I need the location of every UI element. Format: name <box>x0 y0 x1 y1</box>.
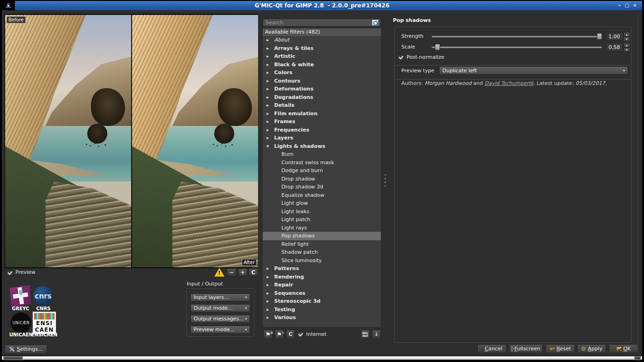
filter-tree-item[interactable]: Shadow patch <box>263 248 381 257</box>
filter-tree-item[interactable]: Pop shadows <box>263 232 381 240</box>
filter-tree-item[interactable]: Drop shadow <box>263 175 381 183</box>
expander-icon[interactable] <box>266 298 271 306</box>
expander-icon[interactable] <box>266 61 271 70</box>
rename-fave-button[interactable]: AbcDef <box>361 330 370 339</box>
apply-button[interactable]: ⚙ Apply <box>577 344 606 353</box>
zoom-out-button[interactable]: − <box>227 268 236 276</box>
preview-checkbox[interactable] <box>7 270 13 276</box>
filter-tree-item[interactable]: Relief light <box>263 240 381 249</box>
update-filters-button[interactable]: C <box>286 330 295 339</box>
filter-tree-item[interactable]: Stereoscopic 3d <box>263 297 381 306</box>
filter-tree-item[interactable]: Film emulation <box>263 110 381 118</box>
search-icon[interactable] <box>372 20 378 26</box>
minimize-button[interactable]: – <box>616 2 623 9</box>
filter-tree-item[interactable]: Details <box>263 101 381 110</box>
io-dropdown[interactable]: Preview mode... ▾ <box>190 326 250 334</box>
expander-icon[interactable] <box>266 102 271 110</box>
reset-button[interactable]: ↩ Reset <box>546 344 575 353</box>
filter-tree-item[interactable]: Light rays <box>263 224 381 232</box>
filter-tree-item[interactable]: Deformations <box>263 85 381 93</box>
expander-icon[interactable] <box>266 36 271 45</box>
spin-down-icon[interactable]: ▼ <box>623 48 630 52</box>
scale-slider[interactable] <box>432 46 602 48</box>
fullscreen-button[interactable]: Fullscreen <box>509 344 543 353</box>
filter-tree-item[interactable]: Layers <box>263 134 381 142</box>
strength-slider[interactable] <box>432 35 602 37</box>
author-link[interactable]: David Tschumperlé <box>484 80 533 86</box>
scale-spin-arrows[interactable]: ▲▼ <box>623 43 630 51</box>
expander-icon[interactable] <box>266 94 271 102</box>
expander-icon[interactable] <box>266 290 271 298</box>
search-input[interactable] <box>263 19 381 27</box>
filter-tree-item[interactable]: Testing <box>263 306 381 314</box>
expander-icon[interactable] <box>266 143 271 151</box>
filter-tree-item[interactable]: Colors <box>263 69 381 77</box>
titlebar[interactable]: G'MIC-Qt for GIMP 2.8 - 2.0.0_pre#170426… <box>2 1 642 10</box>
io-dropdown[interactable]: Output messages... ▾ <box>190 315 250 323</box>
scale-spinbox[interactable] <box>606 43 623 51</box>
cancel-button[interactable]: Cancel <box>477 344 506 353</box>
filter-tree-item[interactable]: Frequencies <box>263 126 381 134</box>
post-normalize-checkbox[interactable] <box>398 54 404 60</box>
zoom-fit-button[interactable]: + <box>238 268 247 276</box>
filter-tree-item[interactable]: Drop shadow 3d <box>263 183 381 191</box>
add-fave-button[interactable]: ⚑+ <box>264 330 273 339</box>
spin-down-icon[interactable]: ▼ <box>623 37 630 42</box>
filter-tree-item[interactable]: Arrays & tiles <box>263 44 381 53</box>
preview-pane[interactable]: Before After <box>5 14 258 268</box>
filter-tree-item[interactable]: Artistic <box>263 52 381 61</box>
expander-icon[interactable] <box>266 314 271 322</box>
strength-spinbox[interactable] <box>606 32 623 41</box>
settings-button[interactable]: Settings... <box>5 345 47 354</box>
preview-refresh-button[interactable]: C <box>249 268 258 276</box>
splitter-handle[interactable] <box>384 174 386 187</box>
filter-tree-item[interactable]: Lights & shadows <box>263 142 381 151</box>
preview-after-image[interactable]: After <box>132 15 258 267</box>
expander-icon[interactable] <box>266 118 271 126</box>
filter-tree-item[interactable]: Frames <box>263 118 381 126</box>
filter-tree-item[interactable]: Light patch <box>263 216 381 224</box>
preview-before-image[interactable]: Before <box>5 15 131 267</box>
expander-icon[interactable] <box>266 306 271 314</box>
filter-tree-item[interactable]: Dodge and burn <box>263 167 381 175</box>
filter-tree[interactable]: About Arrays & tiles Artistic Black & wh… <box>263 36 381 327</box>
expander-icon[interactable] <box>266 110 271 118</box>
expander-icon[interactable] <box>266 134 271 143</box>
remove-fave-button[interactable]: ⚑− <box>275 330 284 339</box>
filter-tree-item[interactable]: About <box>263 36 381 44</box>
spin-up-icon[interactable]: ▲ <box>623 32 630 37</box>
filter-tree-item[interactable]: Various <box>263 313 381 322</box>
filter-tree-item[interactable]: Black & white <box>263 61 381 69</box>
download-button[interactable]: ↓ <box>372 330 381 339</box>
strength-spin-arrows[interactable]: ▲▼ <box>623 32 630 41</box>
io-dropdown[interactable]: Input layers... ▾ <box>190 293 250 301</box>
spin-up-icon[interactable]: ▲ <box>623 43 630 48</box>
expander-icon[interactable] <box>266 273 271 282</box>
close-button[interactable]: ✕ <box>632 2 638 9</box>
filter-tree-item[interactable]: Rendering <box>263 273 381 281</box>
filter-tree-item[interactable]: Light leaks <box>263 208 381 216</box>
filter-tree-item[interactable]: Sequences <box>263 289 381 298</box>
filter-tree-item[interactable]: Slice luminosity <box>263 257 381 265</box>
ok-button[interactable]: OK <box>609 344 638 353</box>
app-icon-block[interactable] <box>2 1 15 10</box>
expander-icon[interactable] <box>266 265 271 273</box>
expander-icon[interactable] <box>266 126 271 135</box>
internet-checkbox[interactable] <box>297 331 303 337</box>
filter-tree-item[interactable]: Contrast swiss mask <box>263 159 381 167</box>
expander-icon[interactable] <box>266 281 271 290</box>
preview-type-dropdown[interactable]: Duplicate left ▾ <box>439 66 628 75</box>
expander-icon[interactable] <box>266 45 271 53</box>
expander-icon[interactable] <box>266 69 271 77</box>
scale-slider-handle[interactable] <box>435 44 440 50</box>
filter-tree-item[interactable]: Equalize shadow <box>263 191 381 200</box>
expander-icon[interactable] <box>266 53 271 61</box>
filter-tree-item[interactable]: Patterns <box>263 265 381 273</box>
maximize-button[interactable]: □ <box>624 2 630 9</box>
filter-tree-item[interactable]: Contours <box>263 77 381 85</box>
filter-tree-item[interactable]: Repair <box>263 281 381 289</box>
filter-tree-item[interactable]: Degradations <box>263 93 381 102</box>
io-dropdown[interactable]: Output mode... ▾ <box>190 304 250 312</box>
expander-icon[interactable] <box>266 77 271 86</box>
strength-slider-handle[interactable] <box>597 33 602 40</box>
